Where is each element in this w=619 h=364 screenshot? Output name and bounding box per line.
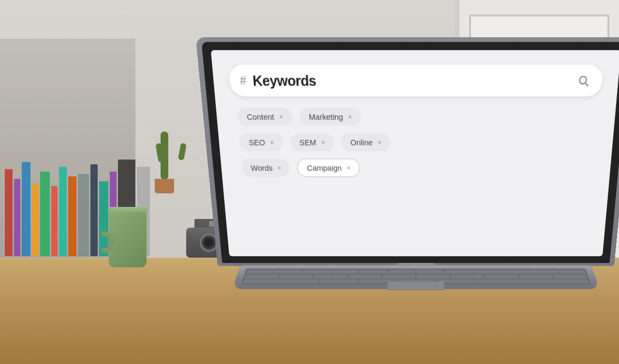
key (348, 275, 382, 278)
tag-campaign[interactable]: Campaign × (297, 159, 360, 177)
key-row-1 (246, 270, 586, 274)
book-2 (14, 179, 20, 256)
book-6 (51, 186, 58, 256)
book-4 (32, 184, 39, 256)
key (331, 270, 359, 274)
tag-online-close[interactable]: × (378, 139, 382, 146)
book-5 (40, 172, 50, 256)
screen-content: # Keywords (211, 50, 619, 256)
tag-campaign-close[interactable]: × (347, 164, 351, 172)
tag-sem-close[interactable]: × (321, 139, 325, 146)
key (359, 270, 387, 274)
svg-line-1 (585, 83, 588, 86)
laptop-bezel: # Keywords (202, 42, 619, 263)
search-bar[interactable]: # Keywords (228, 65, 604, 97)
book-3 (22, 162, 30, 256)
tag-content-close[interactable]: × (279, 113, 283, 121)
key (416, 275, 450, 278)
key (553, 275, 587, 278)
tag-online-label: Online (350, 138, 372, 147)
key (529, 270, 558, 274)
key (444, 270, 472, 274)
key (274, 270, 303, 274)
tag-content[interactable]: Content × (237, 108, 293, 126)
laptop-lid: # Keywords (196, 37, 619, 266)
tag-campaign-label: Campaign (307, 163, 341, 172)
tag-marketing-label: Marketing (309, 112, 343, 121)
coffee-mug (102, 190, 155, 267)
tag-marketing[interactable]: Marketing × (299, 108, 361, 126)
tag-content-label: Content (247, 112, 275, 121)
key (501, 270, 529, 274)
key (313, 275, 347, 278)
cactus-pot (155, 179, 174, 193)
key-row-2 (244, 275, 587, 278)
tag-sem-label: SEM (299, 138, 316, 147)
tag-seo-label: SEO (249, 138, 265, 147)
tags-area: Content × Marketing × SEO (232, 108, 600, 177)
key (279, 275, 313, 278)
key (246, 270, 275, 274)
book-10 (90, 164, 98, 256)
search-keywords-text: Keywords (252, 72, 569, 89)
key (557, 270, 586, 274)
tag-online[interactable]: Online × (341, 133, 391, 151)
laptop-screen: # Keywords (211, 50, 619, 256)
search-icon[interactable] (575, 72, 593, 90)
tags-row-1: Content × Marketing × (237, 108, 595, 126)
key-spacebar (475, 279, 589, 283)
tag-sem[interactable]: SEM × (290, 133, 334, 151)
mug-body (109, 212, 147, 267)
book-8 (68, 176, 76, 256)
cactus (150, 97, 179, 193)
trackpad[interactable] (387, 281, 445, 290)
hash-icon: # (239, 74, 247, 87)
tag-words-label: Words (251, 163, 273, 172)
tags-row-3: Words × Campaign × (241, 159, 591, 177)
key-space (243, 279, 319, 283)
key (244, 275, 279, 278)
key (388, 270, 415, 274)
key (416, 270, 444, 274)
key (303, 270, 331, 274)
book-9 (78, 174, 88, 256)
tag-seo-close[interactable]: × (270, 139, 274, 146)
key (485, 275, 518, 278)
tag-seo[interactable]: SEO × (239, 133, 283, 151)
key (519, 275, 553, 278)
key (451, 275, 485, 278)
book-7 (59, 167, 67, 256)
book-1 (5, 169, 13, 256)
tag-words[interactable]: Words × (241, 159, 291, 177)
key (320, 279, 358, 283)
tag-words-close[interactable]: × (278, 164, 281, 172)
key (382, 275, 415, 278)
key (473, 270, 501, 274)
tags-row-2: SEO × SEM × Online × (239, 133, 593, 151)
laptop-base (232, 265, 600, 289)
tag-marketing-close[interactable]: × (348, 113, 352, 121)
